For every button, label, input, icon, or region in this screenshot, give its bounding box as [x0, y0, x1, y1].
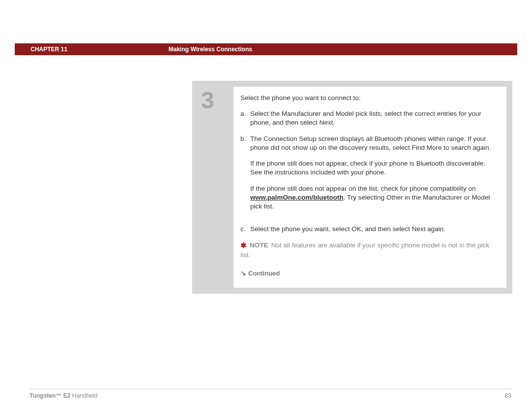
step-intro: Select the phone you want to connect to:	[240, 94, 496, 103]
chapter-label: CHAPTER 11	[31, 46, 67, 53]
sub-item-b: b. The Connection Setup screen displays …	[240, 135, 496, 218]
note-label: NOTE	[250, 241, 268, 249]
footer-product-bold: Tungsten™ E2	[30, 392, 70, 399]
note-row: ✱NOTENot all features are available if y…	[240, 240, 496, 259]
sub-item-a: a. Select the Manufacturer and Model pic…	[240, 109, 496, 127]
footer-product-rest: Handheld	[70, 392, 98, 399]
note-icon: ✱	[240, 240, 247, 250]
step-number: 3	[198, 87, 225, 288]
sub-letter: b.	[240, 135, 250, 218]
sub-text: Select the phone you want, select OK, an…	[250, 225, 496, 234]
page-footer: Tungsten™ E2 Handheld 83	[30, 389, 511, 399]
footer-page-number: 83	[505, 392, 511, 399]
sub-item-c: c. Select the phone you want, select OK,…	[240, 225, 496, 234]
sub-list: a. Select the Manufacturer and Model pic…	[240, 109, 496, 234]
step-content: Select the phone you want to connect to:…	[233, 87, 506, 288]
sub-letter: a.	[240, 109, 250, 127]
footer-product: Tungsten™ E2 Handheld	[30, 392, 98, 399]
sub-text: The Connection Setup screen displays all…	[250, 135, 496, 218]
continued-row: ↘Continued	[240, 269, 496, 278]
continued-label: Continued	[248, 270, 280, 277]
step-inner: 3 Select the phone you want to connect t…	[198, 87, 506, 288]
note-text: Not all features are available if your s…	[240, 241, 489, 259]
sub-para-b1: The Connection Setup screen displays all…	[250, 135, 496, 152]
compatibility-link[interactable]: www.palmOne.com/bluetooth	[250, 194, 343, 201]
step-container: 3 Select the phone you want to connect t…	[192, 81, 512, 294]
sub-letter: c.	[240, 225, 250, 234]
b3-prefix: If the phone still does not appear on th…	[250, 185, 476, 192]
chapter-header: CHAPTER 11 Making Wireless Connections	[15, 43, 517, 55]
continued-arrow-icon: ↘	[240, 269, 246, 278]
chapter-title: Making Wireless Connections	[168, 46, 252, 53]
sub-text: Select the Manufacturer and Model pick l…	[250, 109, 496, 127]
sub-para-b3: If the phone still does not appear on th…	[250, 184, 496, 211]
sub-para-b2: If the phone still does not appear, chec…	[250, 159, 496, 177]
